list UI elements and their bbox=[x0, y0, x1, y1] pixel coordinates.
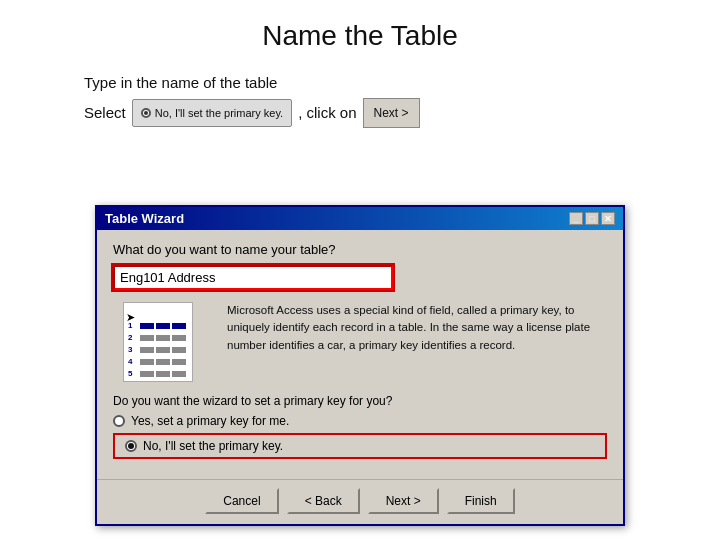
radio-inline-preview: No, I'll set the primary key. bbox=[132, 99, 292, 127]
back-button[interactable]: < Back bbox=[287, 488, 360, 514]
page-title: Name the Table bbox=[0, 0, 720, 68]
dialog-footer: Cancel < Back Next > Finish bbox=[97, 479, 623, 524]
radio-yes-circle[interactable] bbox=[113, 415, 125, 427]
instructions-section: Type in the name of the table Select No,… bbox=[0, 68, 720, 128]
cancel-button[interactable]: Cancel bbox=[205, 488, 278, 514]
preview-row-3: 3 bbox=[128, 345, 188, 354]
radio-option-no-selected[interactable]: No, I'll set the primary key. bbox=[113, 433, 607, 459]
preview-row-4: 4 bbox=[128, 357, 188, 366]
dialog-description: Microsoft Access uses a special kind of … bbox=[227, 302, 607, 382]
radio-no-label: No, I'll set the primary key. bbox=[143, 439, 283, 453]
radio-dot-icon bbox=[141, 108, 151, 118]
preview-rows: 1 2 bbox=[128, 321, 188, 381]
instruction-item-2: Select No, I'll set the primary key. , c… bbox=[84, 98, 660, 128]
minimize-button[interactable]: _ bbox=[569, 212, 583, 225]
dialog-question: What do you want to name your table? bbox=[113, 242, 607, 257]
preview-icon: ➤ 1 2 bbox=[123, 302, 193, 382]
close-button[interactable]: ✕ bbox=[601, 212, 615, 225]
preview-row-2: 2 bbox=[128, 333, 188, 342]
preview-row-5: 5 bbox=[128, 369, 188, 378]
radio-yes-label: Yes, set a primary key for me. bbox=[131, 414, 289, 428]
dialog-body: What do you want to name your table? ➤ 1 bbox=[97, 230, 623, 469]
radio-option-yes[interactable]: Yes, set a primary key for me. bbox=[113, 414, 607, 428]
pk-question: Do you want the wizard to set a primary … bbox=[113, 394, 607, 408]
next-button[interactable]: Next > bbox=[368, 488, 439, 514]
radio-no-circle[interactable] bbox=[125, 440, 137, 452]
dialog-title: Table Wizard bbox=[105, 211, 184, 226]
table-wizard-dialog: Table Wizard _ □ ✕ What do you want to n… bbox=[95, 205, 625, 526]
primary-key-section: Do you want the wizard to set a primary … bbox=[113, 394, 607, 459]
table-name-input[interactable] bbox=[113, 265, 393, 290]
content-row: ➤ 1 2 bbox=[113, 302, 607, 382]
titlebar-buttons: _ □ ✕ bbox=[569, 212, 615, 225]
table-preview: ➤ 1 2 bbox=[113, 302, 213, 382]
next-button-inline: Next > bbox=[363, 98, 420, 128]
maximize-button[interactable]: □ bbox=[585, 212, 599, 225]
instruction-item-1: Type in the name of the table bbox=[84, 68, 660, 98]
dialog-titlebar: Table Wizard _ □ ✕ bbox=[97, 207, 623, 230]
preview-row-1: 1 bbox=[128, 321, 188, 330]
finish-button[interactable]: Finish bbox=[447, 488, 515, 514]
